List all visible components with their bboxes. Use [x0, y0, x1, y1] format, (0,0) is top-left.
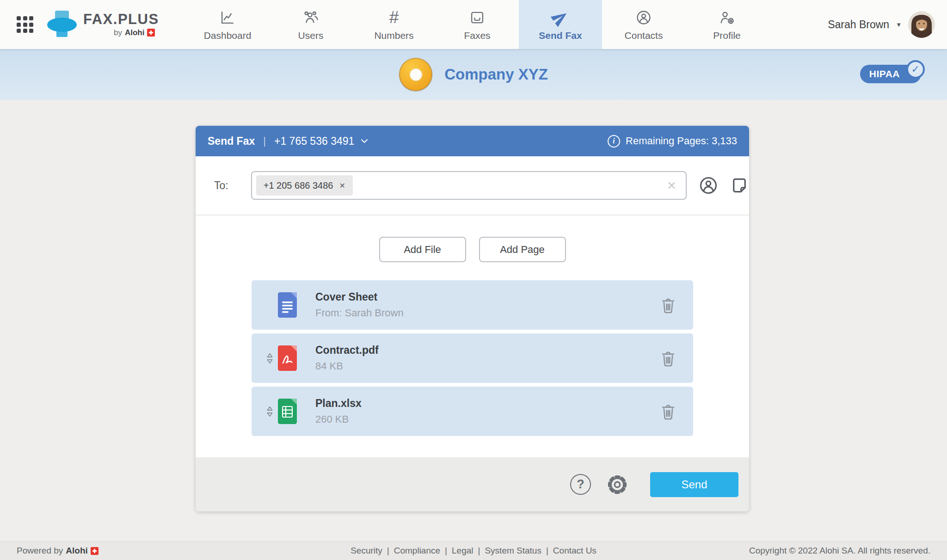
tab-label: Send Fax: [539, 30, 582, 41]
contact-circle-icon: [698, 175, 719, 196]
tab-label: Faxes: [464, 30, 490, 41]
cover-note-button[interactable]: [730, 176, 749, 195]
paper-plane-icon: [551, 8, 570, 27]
profile-gear-icon: [718, 8, 736, 27]
panel-action-bar: ? Send: [196, 457, 749, 511]
tab-dashboard[interactable]: Dashboard: [186, 0, 269, 49]
file-row-cover-sheet[interactable]: Cover Sheet From: Sarah Brown: [252, 280, 693, 330]
copyright: Copyright © 2022 Alohi SA. All rights re…: [749, 546, 930, 556]
app-launcher-icon[interactable]: [17, 16, 33, 33]
send-button[interactable]: Send: [650, 472, 738, 497]
trash-icon: [659, 349, 677, 368]
tab-profile[interactable]: Profile: [685, 0, 769, 49]
inbox-icon: [468, 8, 486, 27]
file-list: Cover Sheet From: Sarah Brown: [196, 280, 749, 436]
note-icon: [730, 176, 749, 195]
tab-contacts[interactable]: Contacts: [602, 0, 685, 49]
swiss-flag-icon: [147, 29, 155, 37]
trash-icon: [659, 296, 677, 314]
footer-link-compliance[interactable]: Compliance: [394, 546, 440, 556]
user-menu-caret-icon[interactable]: ▼: [896, 21, 902, 28]
powered-by: Powered by Alohi: [17, 546, 98, 556]
company-name: Company XYZ: [444, 66, 548, 83]
faxplus-logo[interactable]: FAX.PLUS by Alohi: [47, 11, 159, 38]
tab-label: Dashboard: [204, 30, 252, 41]
reorder-handle-icon[interactable]: [266, 406, 273, 417]
hipaa-badge: HIPAA ✓: [860, 65, 921, 83]
tab-label: Contacts: [625, 30, 663, 41]
settings-gear-icon[interactable]: [607, 474, 628, 495]
help-icon[interactable]: ?: [570, 474, 591, 495]
sender-number-dropdown[interactable]: +1 765 536 3491: [274, 135, 370, 148]
dashboard-chart-icon: [219, 8, 236, 27]
xls-file-icon: [278, 399, 297, 424]
header-separator: |: [263, 135, 266, 147]
nav-tabs: Dashboard Users # Numbers: [186, 0, 769, 49]
delete-file-button[interactable]: [659, 349, 677, 368]
nav-user-area: Sarah Brown ▼: [828, 0, 935, 49]
send-fax-panel: Send Fax | +1 765 536 3491 i Remaining P…: [196, 126, 749, 511]
file-meta: From: Sarah Brown: [315, 307, 404, 319]
company-identity: Company XYZ: [399, 58, 548, 91]
file-name: Plan.xlsx: [315, 397, 362, 410]
check-seal-icon: ✓: [906, 60, 925, 79]
footer-links: Security | Compliance | Legal | System S…: [351, 546, 596, 556]
add-contact-button[interactable]: [698, 175, 719, 196]
nav-left: FAX.PLUS by Alohi: [17, 11, 159, 38]
chip-remove-icon[interactable]: ✕: [339, 181, 345, 190]
user-avatar[interactable]: [908, 11, 935, 38]
footer-link-contact-us[interactable]: Contact Us: [553, 546, 596, 556]
top-nav: FAX.PLUS by Alohi Dashboard: [0, 0, 947, 49]
tab-label: Users: [298, 30, 324, 41]
footer-link-system-status[interactable]: System Status: [485, 546, 541, 556]
delete-file-button[interactable]: [659, 402, 677, 421]
add-page-button[interactable]: Add Page: [479, 237, 566, 262]
panel-header: Send Fax | +1 765 536 3491 i Remaining P…: [196, 126, 749, 156]
file-name: Contract.pdf: [315, 344, 379, 357]
recipient-row: To: +1 205 686 3486 ✕ ✕: [196, 156, 749, 215]
doc-file-icon: [278, 292, 297, 318]
company-band: Company XYZ HIPAA ✓: [0, 49, 947, 100]
swiss-flag-icon: [91, 547, 98, 555]
footer-link-security[interactable]: Security: [351, 546, 382, 556]
brand-byline: by Alohi: [83, 28, 159, 37]
tab-users[interactable]: Users: [269, 0, 352, 49]
footer-link-legal[interactable]: Legal: [452, 546, 474, 556]
tab-numbers[interactable]: # Numbers: [352, 0, 436, 49]
remaining-pages-label: Remaining Pages: 3,133: [626, 135, 737, 147]
fax-machine-icon: [47, 11, 77, 38]
add-file-button[interactable]: Add File: [379, 237, 466, 262]
hash-icon: #: [389, 8, 399, 27]
delete-file-button[interactable]: [659, 296, 677, 314]
users-icon: [302, 8, 320, 27]
file-name: Cover Sheet: [315, 291, 404, 303]
company-logo: [399, 58, 432, 91]
tab-label: Profile: [713, 30, 741, 41]
user-name[interactable]: Sarah Brown: [828, 18, 889, 31]
brand-name: FAX.PLUS: [83, 12, 159, 26]
remaining-pages: i Remaining Pages: 3,133: [608, 135, 737, 148]
trash-icon: [659, 402, 677, 421]
documents-section: Add File Add Page Cover Sheet: [196, 215, 749, 457]
file-meta: 84 KB: [315, 360, 379, 372]
recipient-input[interactable]: +1 205 686 3486 ✕ ✕: [251, 171, 687, 200]
to-label: To:: [214, 179, 233, 192]
page-footer: Powered by Alohi Security | Compliance |…: [0, 541, 947, 560]
file-meta: 260 KB: [315, 413, 362, 425]
recipient-chip: +1 205 686 3486 ✕: [256, 175, 353, 196]
tab-send-fax[interactable]: Send Fax: [519, 0, 602, 49]
file-row-contract[interactable]: Contract.pdf 84 KB: [252, 333, 693, 383]
panel-title: Send Fax: [208, 135, 255, 148]
tab-faxes[interactable]: Faxes: [436, 0, 519, 49]
file-row-plan[interactable]: Plan.xlsx 260 KB: [252, 387, 693, 436]
clear-input-icon[interactable]: ✕: [667, 179, 676, 192]
tab-label: Numbers: [374, 30, 413, 41]
info-icon[interactable]: i: [608, 135, 620, 148]
chevron-down-icon: [359, 135, 370, 147]
contact-circle-icon: [635, 8, 652, 27]
pdf-file-icon: [278, 345, 297, 371]
reorder-handle-icon[interactable]: [266, 353, 273, 364]
